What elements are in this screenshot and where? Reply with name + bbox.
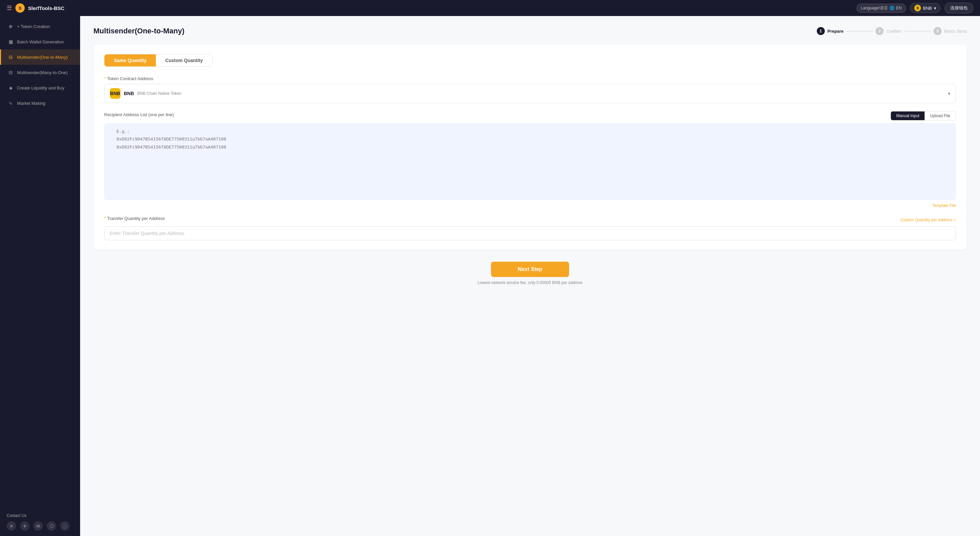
page-header: Multisender(One-to-Many) 1 Prepare 2 Con…: [94, 27, 967, 35]
twitter-icon[interactable]: ✕: [7, 521, 16, 531]
github-icon[interactable]: ⎔: [47, 521, 56, 531]
bnb-icon: B: [914, 5, 921, 11]
chevron-down-icon: ▾: [948, 91, 950, 96]
language-label: Language/语言: [861, 5, 888, 11]
create-liquidity-icon: ◈: [8, 85, 14, 91]
multisender-one-many-icon: ⊟: [8, 54, 14, 60]
step-1: 1 Prepare: [817, 27, 843, 35]
token-contract-label: * Token Contract Address: [104, 76, 956, 81]
topnav: ☰ S SlerfTools-BSC Language/语言 🌐 EN B BN…: [0, 0, 980, 16]
manual-input-button[interactable]: Manual Input: [891, 111, 924, 120]
multisender-many-one-icon: ⊟: [8, 69, 14, 75]
chevron-down-icon: ▾: [934, 6, 936, 11]
required-asterisk: *: [104, 76, 106, 81]
step-2-label: Confirm: [886, 29, 902, 34]
sidebar-item-label: Batch Wallet Generation: [17, 40, 64, 45]
step-3-circle: 3: [934, 27, 942, 35]
tab-custom-quantity[interactable]: Custom Quantity: [156, 54, 212, 67]
input-method-buttons: Manual Input Upload File: [891, 111, 956, 121]
sidebar-item-multisender-many-one[interactable]: ⊟ Multisender(Many-to-One): [0, 65, 80, 80]
sidebar-item-batch-wallet[interactable]: ▦ Batch Wallet Generation: [0, 34, 80, 49]
token-symbol: BNB: [124, 91, 134, 96]
next-step-button[interactable]: Next Step: [491, 262, 569, 277]
upload-file-button[interactable]: Upload File: [924, 111, 956, 120]
topnav-right: Language/语言 🌐 EN B BNB ▾ 连接钱包: [856, 3, 973, 13]
token-creation-icon: ⊕: [8, 23, 14, 29]
social-icons: ✕ ✈ ✉ ⎔ ◌: [7, 521, 73, 531]
sidebar-item-label: Create Liquidity and Buy: [17, 86, 64, 91]
contact-title: Contact Us: [7, 513, 73, 518]
transfer-quantity-input[interactable]: [104, 226, 956, 240]
page-title: Multisender(One-to-Many): [94, 27, 185, 35]
recipient-list-section: Recipient Address List (one per line) Ma…: [104, 111, 956, 208]
fee-note: Lowest network service fee, only 0.00005…: [94, 280, 967, 285]
email-icon[interactable]: ✉: [33, 521, 43, 531]
language-button[interactable]: Language/语言 🌐 EN: [856, 4, 906, 13]
token-name: BNB Chain Native Token: [137, 91, 181, 96]
stepper: 1 Prepare 2 Confirm 3 Batch Send: [817, 27, 967, 35]
token-select-dropdown[interactable]: BNB BNB BNB Chain Native Token ▾: [104, 84, 956, 103]
main-card: Same Quantity Custom Quantity * Token Co…: [94, 45, 967, 250]
address-textarea[interactable]: [104, 123, 956, 200]
step-1-circle: 1: [817, 27, 825, 35]
network-selector[interactable]: B BNB ▾: [910, 3, 940, 13]
sidebar-item-multisender-one-many[interactable]: ⊟ Multisender(One-to-Many): [0, 49, 80, 65]
topnav-left: ☰ S SlerfTools-BSC: [7, 3, 64, 13]
token-contract-section: * Token Contract Address BNB BNB BNB Cha…: [104, 76, 956, 103]
sidebar-bottom: Contact Us ✕ ✈ ✉ ⎔ ◌: [0, 508, 80, 536]
bnb-token-icon: BNB: [110, 88, 121, 99]
step-3: 3 Batch Send: [934, 27, 967, 35]
token-select-left: BNB BNB BNB Chain Native Token: [110, 88, 181, 99]
recipient-list-label: Recipient Address List (one per line): [104, 112, 174, 117]
hamburger-icon[interactable]: ☰: [7, 4, 12, 12]
app-title: SlerfTools-BSC: [28, 5, 64, 11]
market-making-icon: ∿: [8, 100, 14, 106]
template-file-link[interactable]: Template File: [104, 203, 956, 208]
sidebar: ⊕ + Token Creation ▦ Batch Wallet Genera…: [0, 16, 80, 536]
custom-qty-link[interactable]: Custom Quantity per Address >: [900, 218, 956, 222]
sidebar-item-create-liquidity[interactable]: ◈ Create Liquidity and Buy: [0, 80, 80, 95]
main-content: Multisender(One-to-Many) 1 Prepare 2 Con…: [80, 16, 980, 536]
layout: ⊕ + Token Creation ▦ Batch Wallet Genera…: [0, 16, 980, 536]
step-2-circle: 2: [875, 27, 883, 35]
transfer-label: * Transfer Quantity per Address: [104, 216, 165, 221]
language-code: EN: [896, 6, 902, 10]
network-label: BNB: [923, 6, 932, 11]
sidebar-item-label: Market Making: [17, 101, 45, 106]
sidebar-item-market-making[interactable]: ∿ Market Making: [0, 95, 80, 111]
step-2: 2 Confirm: [875, 27, 902, 35]
quantity-tabs: Same Quantity Custom Quantity: [104, 54, 213, 67]
connect-wallet-button[interactable]: 连接钱包: [945, 3, 973, 13]
sidebar-item-label: + Token Creation: [17, 24, 50, 29]
address-textarea-wrapper: [104, 123, 956, 201]
sidebar-item-token-creation[interactable]: ⊕ + Token Creation: [0, 19, 80, 34]
step-3-label: Batch Send: [944, 29, 967, 34]
discord-icon[interactable]: ◌: [60, 521, 69, 531]
transfer-quantity-section: * Transfer Quantity per Address Custom Q…: [104, 216, 956, 240]
app-logo: S: [15, 3, 25, 13]
sidebar-item-label: Multisender(Many-to-One): [17, 70, 68, 75]
sidebar-item-label: Multisender(One-to-Many): [17, 55, 68, 60]
address-section-header: Recipient Address List (one per line) Ma…: [104, 111, 956, 121]
next-step-section: Next Step Lowest network service fee, on…: [94, 262, 967, 285]
tab-same-quantity[interactable]: Same Quantity: [105, 54, 156, 67]
telegram-icon[interactable]: ✈: [20, 521, 29, 531]
batch-wallet-icon: ▦: [8, 39, 14, 45]
globe-icon: 🌐: [889, 6, 894, 10]
transfer-header: * Transfer Quantity per Address Custom Q…: [104, 216, 956, 224]
step-1-label: Prepare: [827, 29, 843, 34]
